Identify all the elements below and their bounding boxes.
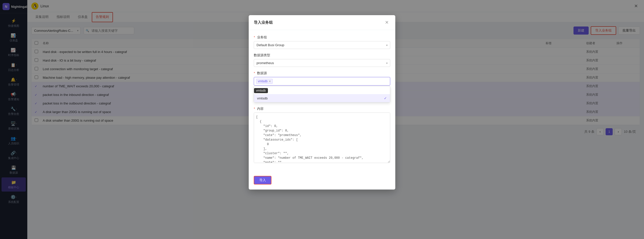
option-all[interactable]: $all [254, 86, 390, 94]
modal-title: 导入业务组 [254, 20, 273, 25]
busi-group-select[interactable]: Default Busi Group [254, 41, 390, 49]
content-textarea-wrapper: [ { "id": 0, "group_id": 0, "cate": "pro… [254, 113, 390, 164]
modal-footer: 导入 [249, 173, 395, 190]
option-check-icon: ✓ [384, 96, 387, 100]
option-vmtsdb[interactable]: vmtsdb ✓ vmtsdb [254, 94, 390, 102]
tooltip-vmtsdb: vmtsdb [254, 88, 268, 93]
modal-header: 导入业务组 ✕ [249, 15, 395, 30]
datasource-dropdown: $all vmtsdb ✓ vmtsdb [254, 86, 390, 102]
datasource-group: * 数据源 vmtsdb ✕ $all vmtsdb ✓ [254, 71, 390, 102]
modal-close-button[interactable]: ✕ [383, 19, 390, 26]
datasource-type-select-wrapper: prometheus [254, 59, 390, 67]
datasource-tag: vmtsdb ✕ [256, 79, 273, 84]
import-button[interactable]: 导入 [254, 176, 271, 184]
datasource-tag-input[interactable]: vmtsdb ✕ [254, 77, 390, 86]
content-textarea[interactable]: [ { "id": 0, "group_id": 0, "cate": "pro… [254, 113, 390, 163]
tag-remove-button[interactable]: ✕ [269, 80, 271, 83]
busi-group-label: * 业务组 [254, 35, 390, 40]
datasource-label: * 数据源 [254, 71, 390, 75]
modal-body: * 业务组 Default Busi Group 数据源类型 prometheu… [249, 30, 395, 173]
datasource-type-label: 数据源类型 [254, 53, 390, 58]
datasource-type-group: 数据源类型 prometheus [254, 53, 390, 67]
modal-overlay: 导入业务组 ✕ * 业务组 Default Busi Group 数据源类型 [0, 0, 644, 239]
content-label: * 内容 [254, 107, 390, 111]
busi-group-select-wrapper: Default Busi Group [254, 41, 390, 49]
content-group: * 内容 [ { "id": 0, "group_id": 0, "cate":… [254, 107, 390, 164]
datasource-type-select[interactable]: prometheus [254, 59, 390, 67]
busi-group-group: * 业务组 Default Busi Group [254, 35, 390, 49]
import-modal: 导入业务组 ✕ * 业务组 Default Busi Group 数据源类型 [249, 15, 395, 190]
